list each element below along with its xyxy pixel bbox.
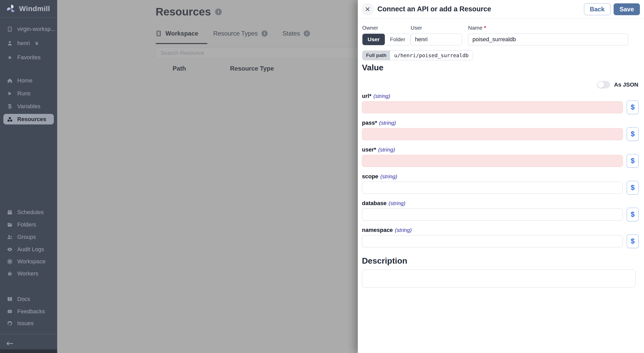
app-logo[interactable]: Windmill xyxy=(6,3,50,14)
drawer-header: ✕ Connect an API or add a Resource Back … xyxy=(358,0,644,19)
pass-input[interactable] xyxy=(362,128,623,140)
dollar-icon: $ xyxy=(7,103,13,110)
close-icon[interactable]: ✕ xyxy=(361,3,374,15)
star-icon: ★ xyxy=(7,54,13,61)
tab-states[interactable]: States i xyxy=(283,30,310,43)
sidebar-item-user[interactable]: henri ♛ xyxy=(3,38,54,48)
user-name: henri xyxy=(17,40,30,47)
table-header-resource-type: Resource Type xyxy=(230,65,274,72)
tab-states-label: States xyxy=(283,30,300,37)
admin-crown-icon: ♛ xyxy=(35,41,39,46)
owner-user-option[interactable]: User xyxy=(362,34,385,45)
owner-folder-option[interactable]: Folder xyxy=(385,34,411,45)
tab-resource-types[interactable]: Resource Types i xyxy=(213,30,268,43)
sidebar-item-home[interactable]: Home xyxy=(3,75,54,86)
sidebar-item-folders[interactable]: Folders xyxy=(3,219,54,230)
tab-bar: Workspace Resource Types i States i xyxy=(156,30,310,43)
owner-user-input[interactable] xyxy=(411,33,462,45)
field-type: (string) xyxy=(374,93,390,99)
nav-workspace-label: Workspace xyxy=(17,258,46,265)
sidebar-item-issues[interactable]: Issues xyxy=(3,318,54,329)
app-title: Windmill xyxy=(19,5,50,13)
sidebar-item-workers[interactable]: Workers xyxy=(3,268,54,279)
sidebar: Windmill virgin-worksp... henri ♛ ★ Favo… xyxy=(0,0,57,353)
sidebar-item-resources[interactable]: Resources xyxy=(3,114,54,124)
collapse-sidebar-button[interactable]: ← xyxy=(6,338,14,348)
groups-icon xyxy=(7,234,13,240)
nav-groups-label: Groups xyxy=(17,234,36,240)
nav-feedbacks-label: Feedbacks xyxy=(17,308,45,315)
description-heading: Description xyxy=(362,256,407,266)
resource-name-input[interactable] xyxy=(468,33,628,45)
sidebar-item-runs[interactable]: Runs xyxy=(3,88,54,99)
name-label-text: Name xyxy=(468,25,482,31)
info-icon[interactable]: i xyxy=(215,9,222,15)
info-icon: i xyxy=(261,30,268,37)
person-icon xyxy=(7,40,13,46)
field-name: user xyxy=(362,146,374,153)
nav-home-label: Home xyxy=(17,77,32,84)
url-input[interactable] xyxy=(362,101,623,113)
database-input[interactable] xyxy=(362,208,623,221)
sidebar-item-feedbacks[interactable]: Feedbacks xyxy=(3,306,54,317)
user-input[interactable] xyxy=(362,155,623,167)
field-row-user: user*(string) $ xyxy=(362,146,640,172)
resource-drawer: ✕ Connect an API or add a Resource Back … xyxy=(358,0,644,353)
sidebar-item-groups[interactable]: Groups xyxy=(3,232,54,242)
save-button[interactable]: Save xyxy=(614,3,640,15)
calendar-icon xyxy=(7,209,13,215)
sidebar-item-audit-logs[interactable]: Audit Logs xyxy=(3,244,54,255)
nav-variables-label: Variables xyxy=(17,103,40,110)
name-label: Name * xyxy=(468,25,486,31)
namespace-input[interactable] xyxy=(362,235,623,247)
tab-workspace[interactable]: Workspace xyxy=(156,30,198,43)
insert-variable-button[interactable]: $ xyxy=(627,208,639,221)
sidebar-item-docs[interactable]: Docs xyxy=(3,294,54,304)
page-title: Resources xyxy=(156,6,211,18)
required-asterisk: * xyxy=(369,93,371,99)
field-name: database xyxy=(362,200,386,206)
insert-variable-button[interactable]: $ xyxy=(627,154,639,168)
description-textarea[interactable] xyxy=(362,270,635,288)
insert-variable-button[interactable]: $ xyxy=(627,234,639,248)
github-icon xyxy=(7,320,13,326)
field-name: namespace xyxy=(362,227,393,233)
sidebar-item-schedules[interactable]: Schedules xyxy=(3,207,54,217)
full-path-badge: Full path xyxy=(362,51,390,60)
nav-audit-logs-label: Audit Logs xyxy=(17,246,44,253)
sidebar-divider xyxy=(0,17,57,18)
insert-variable-button[interactable]: $ xyxy=(627,127,639,141)
required-asterisk: * xyxy=(375,120,377,126)
nav-runs-label: Runs xyxy=(17,90,30,97)
nav-folders-label: Folders xyxy=(17,221,36,228)
back-button[interactable]: Back xyxy=(584,3,611,15)
table-header-path: Path xyxy=(173,65,186,72)
insert-variable-button[interactable]: $ xyxy=(627,181,639,195)
field-name: scope xyxy=(362,173,378,180)
nav-schedules-label: Schedules xyxy=(17,209,44,216)
sidebar-item-workspace-settings[interactable]: Workspace xyxy=(3,256,54,267)
app-window: Windmill virgin-worksp... henri ♛ ★ Favo… xyxy=(0,0,644,353)
nav-issues-label: Issues xyxy=(17,320,34,327)
scope-input[interactable] xyxy=(362,182,623,194)
tab-workspace-label: Workspace xyxy=(165,30,198,37)
field-row-namespace: namespace(string) $ xyxy=(362,227,640,253)
sidebar-item-variables[interactable]: $ Variables xyxy=(3,101,54,112)
full-path: Full path u/henri/poised_surrealdb xyxy=(362,51,473,60)
workspace-name: virgin-worksp... xyxy=(17,26,55,32)
tab-resource-types-label: Resource Types xyxy=(213,30,258,37)
insert-variable-button[interactable]: $ xyxy=(627,100,639,114)
as-json-toggle[interactable] xyxy=(597,81,610,88)
eye-icon xyxy=(7,246,13,253)
nav-docs-label: Docs xyxy=(17,296,30,302)
toggle-knob xyxy=(598,81,604,88)
discord-icon xyxy=(7,308,13,315)
sidebar-item-favorites[interactable]: ★ Favorites xyxy=(3,52,54,63)
field-row-scope: scope(string) $ xyxy=(362,173,640,199)
favorites-label: Favorites xyxy=(17,54,40,61)
play-icon xyxy=(7,90,13,97)
sidebar-item-workspace-picker[interactable]: virgin-worksp... xyxy=(3,24,54,34)
required-asterisk: * xyxy=(374,146,376,153)
field-type: (string) xyxy=(380,173,397,179)
drawer-actions: Back Save xyxy=(584,3,640,15)
